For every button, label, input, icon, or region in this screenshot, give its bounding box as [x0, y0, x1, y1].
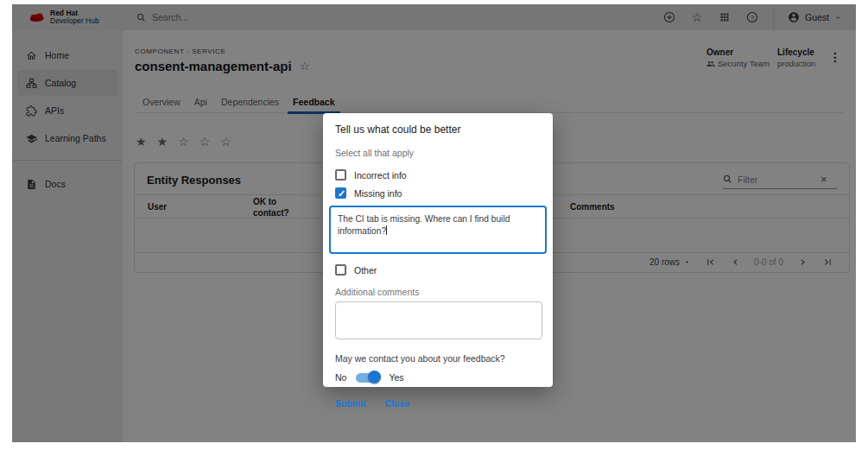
checkbox-checked-icon [335, 187, 346, 199]
modal-title: Tell us what could be better [335, 124, 541, 136]
text-cursor [386, 225, 387, 235]
toggle-yes-label: Yes [389, 372, 403, 383]
checkbox-other[interactable]: Other [335, 261, 541, 279]
modal-actions: Submit Close [335, 398, 541, 409]
switch-thumb [368, 371, 381, 383]
checkbox-incorrect-info[interactable]: Incorrect info [335, 166, 541, 184]
select-all-label: Select all that apply [335, 148, 541, 158]
close-button[interactable]: Close [385, 398, 410, 409]
checkbox-unchecked-icon [335, 264, 346, 276]
page: Red Hat Developer Hub ☆ ? [0, 0, 868, 450]
checkbox-label: Incorrect info [354, 170, 407, 181]
additional-comments-label: Additional comments [335, 287, 541, 297]
contact-toggle-row: No Yes [335, 371, 541, 384]
contact-toggle-switch[interactable] [354, 371, 381, 384]
missing-info-textarea[interactable]: The CI tab is missing. Where can I find … [329, 206, 547, 254]
missing-info-text: The CI tab is missing. Where can I find … [338, 214, 510, 236]
checkbox-label: Other [354, 265, 377, 276]
additional-comments-textarea[interactable] [335, 301, 542, 339]
toggle-no-label: No [335, 372, 346, 383]
feedback-modal: Tell us what could be better Select all … [323, 113, 553, 387]
checkbox-unchecked-icon [335, 169, 346, 181]
app-window: Red Hat Developer Hub ☆ ? [12, 4, 856, 442]
checkbox-missing-info[interactable]: Missing info [335, 184, 541, 202]
contact-question: May we contact you about your feedback? [335, 353, 541, 364]
submit-button[interactable]: Submit [335, 398, 366, 409]
checkbox-label: Missing info [354, 188, 402, 199]
